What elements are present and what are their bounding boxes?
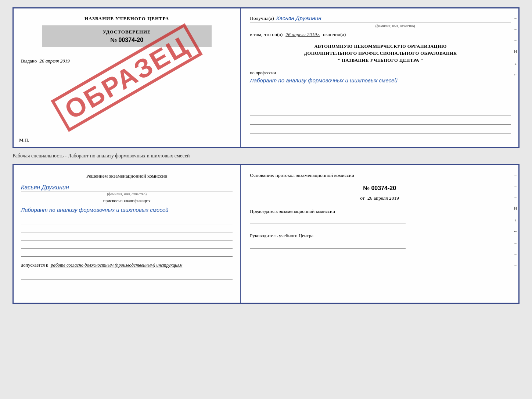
underline-1 (250, 90, 511, 97)
bsm4: И (514, 206, 517, 211)
date-from-value: 26 апреля 2019 (367, 195, 399, 201)
dopuskaetsya-prefix: допускается к (21, 263, 48, 268)
top-document: НАЗВАНИЕ УЧЕБНОГО ЦЕНТРА УДОСТОВЕРЕНИЕ №… (12, 7, 520, 148)
hl1 (21, 218, 233, 224)
top-right-panel: Получил(а) Касьян Дружинин – (фамилия, и… (241, 8, 518, 147)
date-from-prefix: от (360, 195, 364, 201)
underline-6 (250, 136, 511, 143)
date-value: 26 апреля 2019г. (285, 32, 320, 38)
bsm8: – (514, 252, 517, 256)
bsm5: а (515, 218, 517, 222)
name-sub: (фамилия, имя, отчество) (21, 192, 233, 196)
bsm3: – (514, 195, 517, 199)
profession-label: по профессии (250, 70, 511, 76)
okoncil-label: окончил(а) (323, 32, 346, 38)
bsm1: – (514, 172, 517, 177)
recipient-dash: – (508, 15, 511, 21)
org-line2: ДОПОЛНИТЕЛЬНОГО ПРОФЕССИОНАЛЬНОГО ОБРАЗО… (250, 50, 511, 57)
underlines-top (250, 90, 511, 143)
bottom-right-panel: Основание: протокол экзаменационной коми… (241, 165, 518, 303)
vydano-label: Выдано (21, 58, 37, 64)
dopuskaetsya-block: допускается к работе согласно должностны… (21, 263, 233, 268)
sm7: – (514, 84, 517, 89)
name-block: Касьян Дружинин (фамилия, имя, отчество) (21, 184, 233, 196)
recipient-row: Получил(а) Касьян Дружинин – (250, 15, 511, 22)
vydano-line: Выдано 26 апреля 2019 (21, 58, 233, 64)
side-marks-bottom: – – – И а ← – – – (513, 172, 518, 267)
sm5: а (515, 61, 517, 65)
kvalif-value: Лаборант по анализу формовочных и шихтов… (21, 206, 233, 214)
dopuskaetsya-value: работе согласно должностным (производств… (51, 263, 182, 268)
sm9: – (514, 106, 517, 111)
protocol-number: № 00374-20 (250, 185, 509, 192)
top-title: НАЗВАНИЕ УЧЕБНОГО ЦЕНТРА (21, 16, 233, 22)
sm3: – (514, 38, 517, 42)
recipient-prefix: Получил(а) (250, 15, 274, 21)
hl2 (21, 226, 233, 232)
vydano-date: 26 апреля 2019 (40, 58, 70, 64)
sm6: ← (513, 72, 518, 78)
bsm9: – (514, 263, 517, 267)
bsm7: – (514, 241, 517, 245)
underline-2 (250, 99, 511, 106)
profession-value: Лаборант по анализу формовочных и шихтов… (250, 76, 511, 84)
date-line: в том, что он(а) 26 апреля 2019г. окончи… (250, 32, 511, 38)
underline-5 (250, 127, 511, 134)
sm4: И (514, 49, 517, 54)
separator-text: Рабочая специальность - Лаборант по анал… (12, 152, 520, 160)
org-block: АВТОНОМНУЮ НЕКОММЕРЧЕСКУЮ ОРГАНИЗАЦИЮ ДО… (250, 43, 511, 64)
sm8: – (514, 95, 517, 100)
recipient-name: Касьян Дружинин (276, 15, 504, 21)
hl5 (21, 250, 233, 257)
bottom-left-panel: Решением экзаменационной комиссии Касьян… (14, 165, 241, 303)
cert-label: УДОСТОВЕРЕНИЕ (48, 29, 206, 35)
underline-4 (250, 117, 511, 125)
hl4 (21, 242, 233, 249)
sm1: – (514, 16, 517, 20)
org-line3: " НАЗВАНИЕ УЧЕБНОГО ЦЕНТРА " (250, 57, 511, 64)
document-container: НАЗВАНИЕ УЧЕБНОГО ЦЕНТРА УДОСТОВЕРЕНИЕ №… (12, 7, 520, 304)
rukovod-block: Руководитель учебного Центра (250, 232, 509, 249)
predsed-line (250, 216, 405, 224)
sm2: – (514, 27, 517, 31)
underline-3 (250, 108, 511, 115)
bsm2: – (514, 184, 517, 188)
date-prefix: в том, что он(а) (250, 32, 283, 38)
cert-block: УДОСТОВЕРЕНИЕ № 00374-20 (42, 25, 212, 47)
horizontal-lines (21, 218, 233, 257)
profession-block: по профессии Лаборант по анализу формово… (250, 70, 511, 84)
mp-label: М.П. (19, 137, 29, 143)
rukovod-line (250, 241, 405, 249)
org-line1: АВТОНОМНУЮ НЕКОММЕРЧЕСКУЮ ОРГАНИЗАЦИЮ (250, 43, 511, 50)
kvalif-label: присвоена квалификация (21, 198, 233, 204)
side-marks-top: – – – И а ← – – – (513, 16, 518, 111)
bottom-document: Решением экзаменационной комиссии Касьян… (12, 164, 520, 304)
top-left-panel: НАЗВАНИЕ УЧЕБНОГО ЦЕНТРА УДОСТОВЕРЕНИЕ №… (14, 8, 241, 147)
bsm6: ← (513, 229, 518, 234)
komissia-title: Решением экзаменационной комиссии (21, 172, 233, 180)
hl-bottom (21, 273, 233, 280)
predsed-label: Председатель экзаменационной комиссии (250, 208, 509, 215)
name-value: Касьян Дружинин (21, 184, 233, 192)
date-from-line: от 26 апреля 2019 (250, 195, 509, 201)
cert-number: № 00374-20 (48, 37, 206, 43)
recipient-sub: (фамилия, имя, отчество) (279, 24, 511, 28)
predsed-block: Председатель экзаменационной комиссии (250, 208, 509, 224)
rukovod-label: Руководитель учебного Центра (250, 232, 509, 239)
osnov-title: Основание: протокол экзаменационной коми… (250, 172, 509, 179)
hl3 (21, 234, 233, 241)
